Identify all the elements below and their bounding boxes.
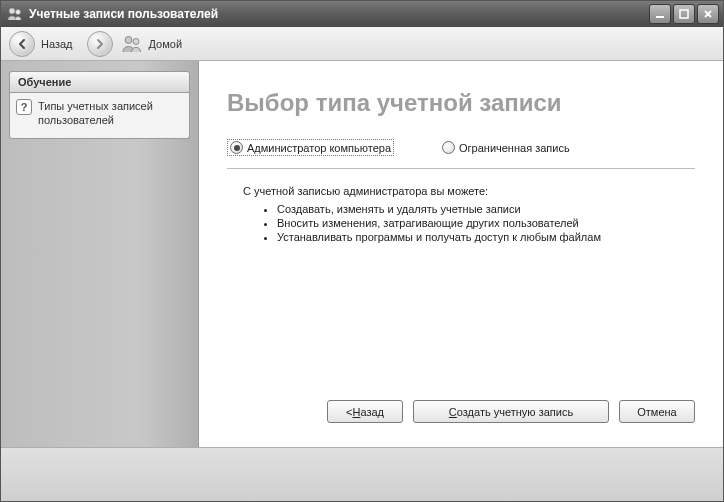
svg-rect-2 — [656, 16, 664, 18]
maximize-button[interactable] — [673, 4, 695, 24]
svg-point-4 — [125, 36, 132, 43]
home-label: Домой — [149, 38, 183, 50]
titlebar: Учетные записи пользователей — [1, 1, 723, 27]
app-icon — [7, 6, 23, 22]
window: Учетные записи пользователей Назад — [0, 0, 724, 502]
help-icon: ? — [16, 99, 32, 115]
sidebar-link-account-types[interactable]: ? Типы учетных записей пользователей — [16, 99, 183, 128]
back-button[interactable] — [9, 31, 35, 57]
sidebar-panel-body: ? Типы учетных записей пользователей — [9, 93, 190, 139]
description-list: Создавать, изменять и удалять учетные за… — [259, 201, 695, 245]
account-type-radios: Администратор компьютера Ограниченная за… — [227, 139, 695, 156]
list-item: Вносить изменения, затрагивающие других … — [277, 217, 695, 229]
btn-cancel-label: Отмена — [637, 406, 676, 418]
sidebar: Обучение ? Типы учетных записей пользова… — [1, 61, 199, 447]
radio-admin[interactable]: Администратор компьютера — [227, 139, 394, 156]
create-account-button[interactable]: Создать учетную запись — [413, 400, 609, 423]
body: Обучение ? Типы учетных записей пользова… — [1, 61, 723, 447]
footer-strip — [1, 447, 723, 501]
window-title: Учетные записи пользователей — [29, 7, 649, 21]
radio-admin-label: Администратор компьютера — [247, 142, 391, 154]
svg-point-0 — [9, 8, 15, 14]
list-item: Устанавливать программы и получать досту… — [277, 231, 695, 243]
sidebar-panel-title: Обучение — [9, 71, 190, 93]
divider — [227, 168, 695, 169]
svg-point-5 — [133, 38, 139, 44]
close-button[interactable] — [697, 4, 719, 24]
svg-point-1 — [16, 10, 21, 15]
radio-limited[interactable]: Ограниченная запись — [442, 141, 570, 154]
btn-back-rest: азад — [360, 406, 384, 418]
back-label: Назад — [41, 38, 73, 50]
cancel-button[interactable]: Отмена — [619, 400, 695, 423]
page-title: Выбор типа учетной записи — [227, 89, 695, 117]
forward-button[interactable] — [87, 31, 113, 57]
minimize-button[interactable] — [649, 4, 671, 24]
button-row: < Назад Создать учетную запись Отмена — [227, 388, 695, 431]
main-content: Выбор типа учетной записи Администратор … — [199, 61, 723, 447]
description-intro: С учетной записью администратора вы може… — [243, 185, 695, 197]
window-buttons — [649, 4, 719, 24]
btn-back-u: Н — [352, 406, 360, 418]
radio-limited-label: Ограниченная запись — [459, 142, 570, 154]
list-item: Создавать, изменять и удалять учетные за… — [277, 203, 695, 215]
radio-icon — [230, 141, 243, 154]
back-step-button[interactable]: < Назад — [327, 400, 403, 423]
btn-create-rest: оздать учетную запись — [457, 406, 573, 418]
toolbar: Назад Домой — [1, 27, 723, 61]
svg-rect-3 — [680, 10, 688, 18]
radio-icon — [442, 141, 455, 154]
btn-create-u: С — [449, 406, 457, 418]
home-icon[interactable] — [121, 33, 143, 55]
sidebar-link-label: Типы учетных записей пользователей — [38, 99, 183, 128]
